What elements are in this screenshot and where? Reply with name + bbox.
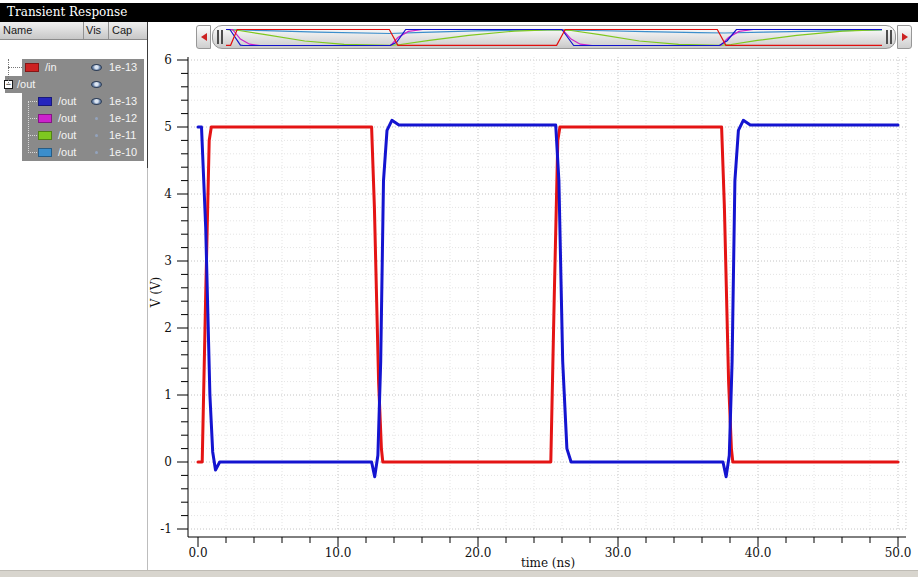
y-tick-label: 1 (164, 388, 172, 402)
scroll-right-button[interactable] (897, 25, 912, 49)
dot-icon (95, 117, 98, 120)
tree-connector-line (8, 67, 22, 68)
signal-color-swatch[interactable] (38, 131, 52, 140)
tree-connector-line (28, 135, 37, 136)
visibility-eye-icon[interactable] (84, 76, 108, 93)
right-arrow-icon (902, 33, 908, 41)
axes (177, 57, 906, 547)
dot-icon (95, 134, 98, 137)
signal-name-label: /out (58, 127, 76, 144)
signal-tree: /in1e-13−/out/out1e-13/out1e-12/out1e-11… (0, 59, 148, 163)
scroll-left-button[interactable] (196, 25, 211, 49)
visibility-off-dot-icon[interactable] (84, 110, 108, 127)
signal-name-label: /out (58, 110, 76, 127)
y-tick-label: 2 (164, 321, 172, 335)
eye-icon (91, 81, 102, 88)
signal-name-label: /out (58, 93, 76, 110)
x-tick-label: 50.0 (885, 546, 912, 560)
signal-color-swatch[interactable] (38, 114, 52, 123)
signal-row[interactable]: /out1e-11 (0, 127, 146, 144)
window-bottom-edge (0, 570, 918, 577)
y-tick-label: 0 (164, 455, 172, 469)
signal-row[interactable]: /out1e-13 (0, 93, 146, 110)
overview-left-grip[interactable] (213, 26, 226, 48)
overview-waveforms[interactable] (226, 26, 882, 48)
cap-value: 1e-13 (109, 59, 137, 76)
column-header-name[interactable]: Name (0, 22, 84, 39)
y-axis-title: V (V) (149, 277, 163, 309)
waveform-trace-in[interactable] (198, 127, 898, 462)
tree-connector-line (28, 118, 37, 119)
eye-icon (91, 98, 102, 105)
column-header-cap[interactable]: Cap (109, 22, 148, 39)
panel-header: Name Vis Cap (0, 22, 148, 40)
left-arrow-icon (201, 33, 207, 41)
x-tick-label: 30.0 (605, 546, 632, 560)
y-tick-label: 3 (164, 254, 172, 268)
x-tick-label: 0.0 (188, 546, 207, 560)
waveform-trace-out[interactable] (198, 120, 898, 476)
y-tick-label: 4 (164, 187, 172, 201)
y-tick-label: -1 (160, 522, 172, 536)
dot-icon (95, 151, 98, 154)
cap-value: 1e-13 (109, 93, 137, 110)
tree-connector-line (28, 101, 29, 153)
eye-icon (91, 64, 102, 71)
signal-name-label: /out (17, 76, 35, 93)
signal-name-label: /out (58, 144, 76, 161)
axis-labels: -101234560.010.020.030.040.050.0time (ns… (149, 53, 911, 570)
signal-row[interactable]: /out1e-10 (0, 144, 146, 161)
x-axis-title: time (ns) (521, 556, 575, 570)
signal-name-label: /in (45, 59, 57, 76)
waveform-traces (198, 120, 898, 476)
visibility-eye-icon[interactable] (84, 59, 108, 76)
y-tick-label: 6 (164, 53, 172, 67)
tree-connector-line (8, 59, 9, 85)
signal-row[interactable]: −/out (0, 76, 146, 93)
cap-value: 1e-10 (109, 144, 137, 161)
tree-connector-line (28, 101, 37, 102)
overview-scrollbar (196, 25, 912, 49)
window-title: Transient Response (0, 3, 918, 22)
x-tick-label: 40.0 (745, 546, 772, 560)
signal-color-swatch[interactable] (38, 97, 52, 106)
x-tick-label: 10.0 (325, 546, 352, 560)
visibility-off-dot-icon[interactable] (84, 144, 108, 161)
y-tick-label: 5 (164, 120, 172, 134)
tree-connector-line (28, 152, 37, 153)
signal-row[interactable]: /out1e-12 (0, 110, 146, 127)
signal-color-swatch[interactable] (38, 148, 52, 157)
x-tick-label: 20.0 (465, 546, 492, 560)
visibility-off-dot-icon[interactable] (84, 127, 108, 144)
signal-panel: Name Vis Cap /in1e-13−/out/out1e-13/out1… (0, 22, 148, 570)
signal-color-swatch[interactable] (25, 63, 39, 72)
cap-value: 1e-11 (109, 127, 136, 144)
visibility-eye-icon[interactable] (84, 93, 108, 110)
overview-right-grip[interactable] (882, 26, 895, 48)
waveform-plot[interactable]: -101234560.010.020.030.040.050.0time (ns… (148, 50, 918, 570)
column-header-vis[interactable]: Vis (84, 22, 109, 39)
overview-range-slider[interactable] (212, 25, 896, 49)
cap-value: 1e-12 (109, 110, 137, 127)
